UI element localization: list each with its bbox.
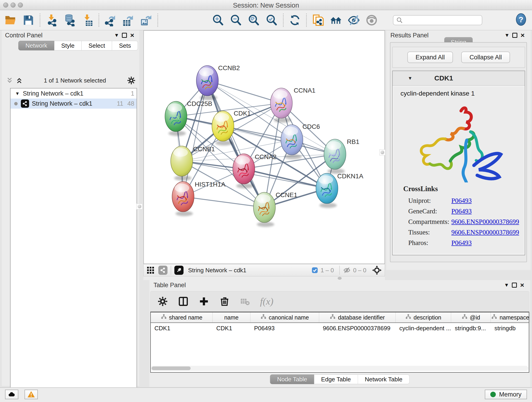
tab-node-table[interactable]: Node Table — [270, 375, 314, 384]
copy-network-button[interactable] — [312, 14, 324, 27]
edge-CCNB2-CCNA1[interactable] — [207, 81, 281, 103]
column-header-namespace[interactable]: namespace — [491, 313, 530, 322]
save-session-button[interactable] — [22, 14, 35, 27]
table-cell[interactable]: cyclin-dependent ... — [396, 323, 451, 333]
toolbar-separator — [157, 13, 158, 27]
expand-all-icon[interactable] — [16, 77, 23, 84]
export-network-button[interactable] — [104, 14, 117, 27]
horizontal-splitter[interactable] — [143, 276, 385, 280]
panel-float-icon[interactable] — [510, 282, 518, 288]
table-cell[interactable]: stringdb:9... — [451, 323, 491, 333]
crosslink-link[interactable]: 9606.ENSP00000378699 — [451, 218, 519, 225]
crosslink-link[interactable]: P06493 — [451, 197, 472, 204]
node-table[interactable]: shared namenamecanonical namedatabase id… — [150, 312, 529, 373]
column-header-canonical-name[interactable]: canonical name — [250, 313, 319, 322]
network-view-icon[interactable] — [158, 266, 167, 275]
toolbar-separator — [283, 13, 284, 27]
table-cell[interactable]: 9606.ENSP00000378699 — [319, 323, 396, 333]
zoom-fit-button[interactable] — [247, 14, 260, 27]
panel-float-icon[interactable] — [511, 32, 519, 39]
export-image-button[interactable] — [140, 14, 152, 27]
panel-float-icon[interactable] — [120, 32, 128, 39]
fit-content-icon[interactable] — [372, 265, 382, 275]
table-cell[interactable]: CDK1 — [213, 323, 250, 333]
tab-style[interactable]: Style — [54, 41, 82, 51]
crosslink-link[interactable]: P06493 — [451, 207, 472, 215]
node-CDC6[interactable]: CDC6 — [281, 123, 320, 159]
import-table-button[interactable] — [81, 14, 94, 27]
show-columns-button[interactable] — [177, 296, 189, 307]
entry-collapse-icon[interactable]: ▼ — [408, 76, 412, 81]
search-box[interactable] — [393, 15, 482, 25]
node-label: CCNB2 — [218, 64, 240, 71]
zoom-in-button[interactable] — [212, 14, 225, 27]
column-header-name[interactable]: name — [213, 313, 250, 322]
panel-menu-icon[interactable]: ▼ — [503, 32, 511, 39]
node-CCNE1[interactable]: CCNE1 — [253, 191, 298, 227]
panel-close-icon[interactable]: × — [518, 282, 526, 288]
network-graph[interactable]: CCNB2CCNA1CDC25BCDK1CDC6RB1CCNB1CCNA2CDK… — [143, 30, 385, 264]
export-table-button[interactable] — [122, 14, 135, 27]
tab-select[interactable]: Select — [82, 41, 112, 51]
right-splitter-handle[interactable] — [380, 149, 385, 155]
tab-edge-table[interactable]: Edge Table — [314, 375, 358, 384]
column-header-description[interactable]: description — [396, 313, 451, 322]
collapse-all-button[interactable]: Collapse All — [461, 51, 510, 63]
tab-network[interactable]: Network — [18, 41, 54, 51]
edge-HIST1H1A-CCNE1[interactable] — [183, 197, 264, 207]
create-column-button[interactable] — [198, 296, 210, 307]
table-cell[interactable]: CDK1 — [151, 323, 213, 333]
tab-sets[interactable]: Sets — [112, 41, 138, 51]
import-network-button[interactable] — [45, 14, 58, 27]
delete-column-button[interactable] — [219, 296, 230, 307]
node-CDKN1A[interactable]: CDKN1A — [316, 172, 363, 208]
help-button[interactable]: ? — [516, 13, 526, 26]
panel-close-icon[interactable]: × — [128, 32, 136, 39]
panel-close-icon[interactable]: × — [519, 32, 526, 39]
column-header--id[interactable]: @id — [451, 313, 491, 322]
edge-CCNB2-CCNE1[interactable] — [207, 81, 264, 207]
table-cell[interactable]: P06493 — [250, 323, 319, 333]
tab-network-table[interactable]: Network Table — [358, 375, 409, 384]
grid-view-icon[interactable] — [146, 266, 155, 274]
refresh-view-button[interactable] — [288, 14, 301, 27]
open-session-button[interactable] — [4, 14, 17, 27]
memory-button[interactable]: Memory — [485, 390, 527, 399]
node-RB1[interactable]: RB1 — [324, 138, 359, 174]
hidden-eye-icon[interactable] — [343, 266, 351, 274]
hide-selected-button[interactable] — [347, 14, 360, 27]
crosslink-link[interactable]: P06493 — [451, 239, 472, 247]
node-CDC25B[interactable]: CDC25B — [165, 100, 212, 136]
splitter-dot[interactable] — [338, 277, 342, 280]
zoom-selected-icon — [266, 14, 278, 26]
table-horizontal-scrollbar[interactable] — [151, 366, 528, 371]
first-neighbors-button[interactable] — [329, 14, 342, 27]
tree-expand-icon[interactable]: ▼ — [15, 91, 20, 96]
collapse-all-icon[interactable] — [6, 77, 13, 84]
selected-checkbox-icon[interactable] — [311, 267, 318, 274]
zoom-selected-button[interactable] — [265, 14, 278, 27]
warning-status-button[interactable] — [25, 390, 38, 399]
column-header-database-identifier[interactable]: database identifier — [319, 313, 396, 322]
cloud-icon — [8, 390, 16, 398]
birds-eye-view-icon[interactable] — [174, 266, 184, 275]
show-all-button[interactable] — [365, 14, 378, 27]
search-input[interactable] — [403, 17, 479, 24]
zoom-out-button[interactable] — [230, 14, 242, 27]
crosslink-link[interactable]: 9606.ENSP00000378699 — [451, 229, 519, 236]
panel-menu-icon[interactable]: ▼ — [113, 32, 120, 39]
gear-icon[interactable] — [127, 76, 136, 85]
table-cell[interactable]: stringdb — [491, 323, 530, 333]
scrollbar-thumb[interactable] — [152, 366, 191, 370]
table-settings-button[interactable] — [157, 296, 168, 307]
network-collection-row[interactable]: ▼ String Network – cdk1 1 — [11, 89, 137, 99]
cloud-status-button[interactable] — [5, 390, 18, 399]
column-header-shared-name[interactable]: shared name — [151, 313, 213, 322]
node-entry-header[interactable]: ▼ CDK1 — [393, 71, 525, 86]
import-network-from-database-button[interactable] — [63, 14, 76, 27]
panel-menu-icon[interactable]: ▼ — [503, 282, 510, 288]
left-splitter-handle[interactable] — [137, 204, 143, 210]
node-CCNA1[interactable]: CCNA1 — [270, 87, 316, 123]
expand-all-button[interactable]: Expand All — [407, 51, 453, 63]
network-row-selected[interactable]: String Network – cdk1 11 48 — [11, 99, 137, 109]
